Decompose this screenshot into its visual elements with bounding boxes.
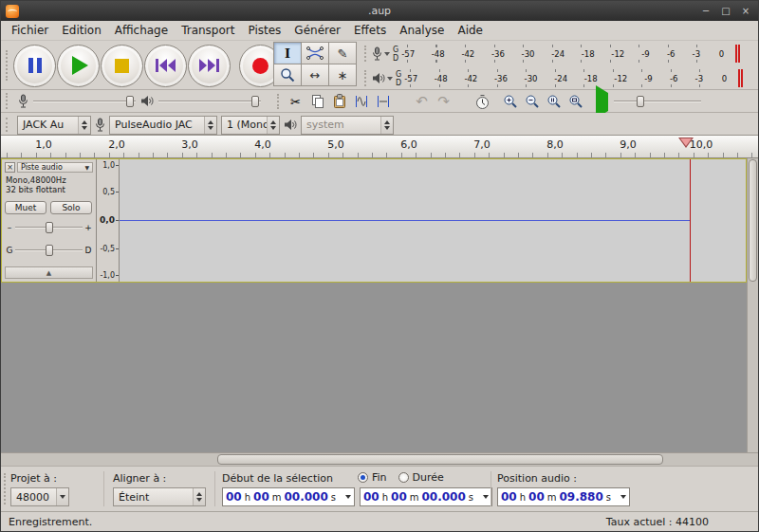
menu-transport[interactable]: Transport xyxy=(176,22,240,39)
track-control-panel[interactable]: × Piste audio ▼ Mono,48000Hz 32 bits flo… xyxy=(2,159,97,282)
zoom-tool-button[interactable] xyxy=(273,64,302,86)
toolbar-grip[interactable] xyxy=(277,94,282,108)
toolbar-grip[interactable] xyxy=(4,473,7,504)
recording-meter-scale[interactable]: -57 -48 -42 -36 -30 -24 -18 -12 -9 -6 -3… xyxy=(401,43,731,64)
slider-thumb[interactable] xyxy=(46,245,53,256)
radio-length[interactable]: Durée xyxy=(398,471,444,484)
output-volume-slider[interactable] xyxy=(158,94,261,109)
pan-slider[interactable] xyxy=(15,243,83,258)
play-button[interactable] xyxy=(57,45,100,87)
recording-channels-select[interactable]: 1 (Mono xyxy=(221,116,280,135)
menu-effets[interactable]: Effets xyxy=(348,22,392,39)
timeshift-tool-button[interactable]: ↔ xyxy=(301,64,329,86)
playback-speed-slider[interactable] xyxy=(614,94,701,109)
recording-device-select[interactable]: PulseAudio JAC xyxy=(109,116,217,135)
skip-to-end-button[interactable] xyxy=(188,45,231,87)
track-collapse-button[interactable]: ▲ xyxy=(5,266,93,279)
meter-scale-label: -42 xyxy=(461,49,474,59)
meter-dropdown-icon[interactable] xyxy=(387,77,393,81)
start-hours[interactable]: 00 xyxy=(226,490,242,504)
undo-button[interactable]: ↶ xyxy=(411,92,433,112)
selection-start-field[interactable]: 00h 00m 00.000s xyxy=(222,487,355,506)
meter-dropdown-icon[interactable] xyxy=(384,52,390,56)
maximize-button[interactable]: □ xyxy=(720,7,731,16)
start-minutes[interactable]: 00 xyxy=(253,490,269,504)
selection-tool-button[interactable]: I xyxy=(273,42,302,64)
vertical-scrollbar[interactable] xyxy=(747,158,758,452)
start-seconds[interactable]: 00.000 xyxy=(285,490,328,504)
position-minutes[interactable]: 00 xyxy=(528,490,545,504)
playback-meter-scale[interactable]: -57 -48 -42 -36 -30 -24 -18 -12 -9 -6 -3… xyxy=(404,67,734,89)
copy-button[interactable] xyxy=(306,92,328,112)
vertical-ruler[interactable]: 1,0 0,5 0,0 -0,5 -1,0 xyxy=(97,159,120,282)
end-hours[interactable]: 00 xyxy=(363,490,380,504)
project-rate-select[interactable]: 48000 xyxy=(10,487,69,506)
solo-button[interactable]: Solo xyxy=(50,201,92,214)
horizontal-scrollbar[interactable] xyxy=(1,452,758,466)
audacity-window: .aup ─ □ × Fichier Edition Affichage Tra… xyxy=(0,0,759,532)
menu-analyse[interactable]: Analyse xyxy=(394,22,450,39)
microphone-icon[interactable] xyxy=(372,46,382,62)
audio-position-field[interactable]: 00h 00m 09.880s xyxy=(497,487,630,506)
zoom-out-button[interactable] xyxy=(521,92,543,112)
toolbar-grip[interactable] xyxy=(6,50,10,81)
audio-host-select[interactable]: JACK Au xyxy=(17,116,91,135)
field-dropdown-icon[interactable] xyxy=(345,495,351,499)
timer-button[interactable] xyxy=(472,92,493,112)
speaker-icon[interactable] xyxy=(372,72,385,84)
menu-generer[interactable]: Générer xyxy=(288,22,346,39)
skip-to-start-button[interactable] xyxy=(144,45,187,87)
play-at-speed-button[interactable] xyxy=(594,93,614,111)
fit-project-button[interactable] xyxy=(565,92,586,112)
pause-button[interactable] xyxy=(13,45,56,87)
toolbar-grip[interactable] xyxy=(6,93,10,108)
draw-tool-button[interactable]: ✎ xyxy=(328,42,357,64)
position-seconds[interactable]: 09.880 xyxy=(560,490,603,504)
paste-button[interactable] xyxy=(328,92,350,112)
stop-button[interactable] xyxy=(101,45,143,87)
end-seconds[interactable]: 00.000 xyxy=(422,490,466,504)
cut-button[interactable]: ✂ xyxy=(285,92,306,112)
trim-outside-button[interactable] xyxy=(350,92,372,112)
slider-thumb[interactable] xyxy=(126,96,134,107)
slider-thumb[interactable] xyxy=(46,222,53,233)
slider-thumb[interactable] xyxy=(637,96,644,107)
selection-end-field[interactable]: 00h 00m 00.000s xyxy=(360,487,492,506)
gain-slider[interactable] xyxy=(15,220,83,235)
waveform-area[interactable] xyxy=(120,159,746,282)
toolbar-grip[interactable] xyxy=(364,46,369,63)
toolbar-grip[interactable] xyxy=(364,70,369,87)
snap-to-select[interactable]: Éteint xyxy=(113,487,206,506)
track-menu-button[interactable]: Piste audio ▼ xyxy=(17,162,93,173)
slider-thumb[interactable] xyxy=(251,96,259,107)
playback-device-select[interactable]: system xyxy=(301,116,394,135)
silence-selection-button[interactable] xyxy=(372,92,394,112)
titlebar[interactable]: .aup ─ □ × xyxy=(1,1,758,21)
menu-aide[interactable]: Aide xyxy=(452,22,489,39)
horizontal-scrollbar-thumb[interactable] xyxy=(217,454,663,465)
input-volume-slider[interactable] xyxy=(33,94,136,109)
redo-button[interactable]: ↷ xyxy=(433,92,454,112)
field-dropdown-icon[interactable] xyxy=(483,495,489,499)
minimize-button[interactable]: ─ xyxy=(700,7,712,16)
track-close-button[interactable]: × xyxy=(5,162,15,173)
envelope-tool-button[interactable] xyxy=(301,42,329,64)
position-hours[interactable]: 00 xyxy=(501,490,517,504)
playhead-marker[interactable] xyxy=(678,138,694,148)
fit-selection-button[interactable] xyxy=(543,92,565,112)
empty-track-area[interactable] xyxy=(1,283,747,452)
radio-end[interactable]: Fin xyxy=(358,471,387,484)
vertical-scrollbar-thumb[interactable] xyxy=(749,159,757,282)
end-minutes[interactable]: 00 xyxy=(391,490,407,504)
toolbar-grip[interactable] xyxy=(6,118,10,132)
menu-fichier[interactable]: Fichier xyxy=(6,22,54,39)
field-dropdown-icon[interactable] xyxy=(620,495,626,499)
menu-pistes[interactable]: Pistes xyxy=(242,22,287,39)
timeline-ruler[interactable]: 1,0 2,0 3,0 4,0 5,0 6,0 7,0 8,0 9,0 10,0 xyxy=(1,136,758,158)
menu-edition[interactable]: Edition xyxy=(56,22,107,39)
mute-button[interactable]: Muet xyxy=(5,201,46,214)
close-button[interactable]: × xyxy=(740,7,751,16)
zoom-in-button[interactable] xyxy=(499,92,521,112)
multi-tool-button[interactable]: ∗ xyxy=(328,64,357,86)
menu-affichage[interactable]: Affichage xyxy=(109,22,174,39)
